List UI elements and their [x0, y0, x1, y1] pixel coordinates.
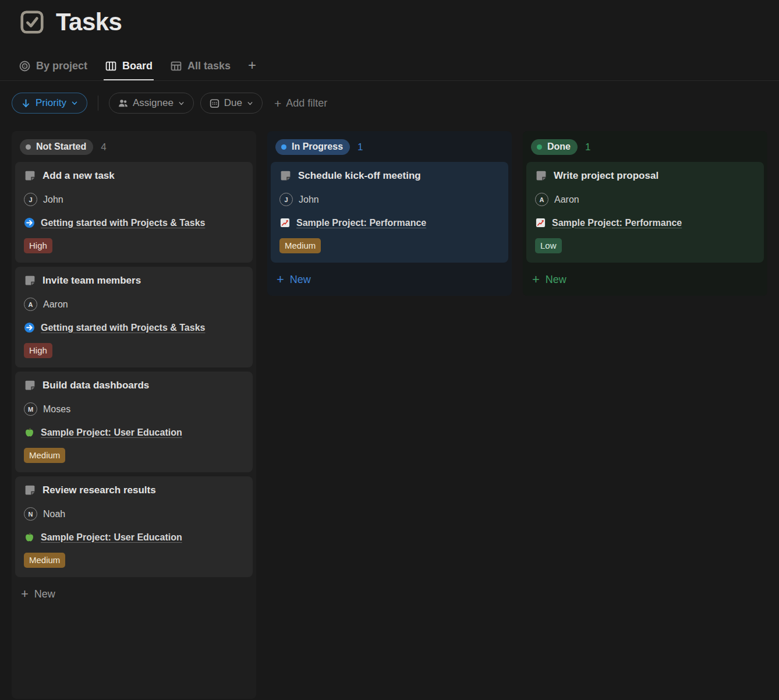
- project-link[interactable]: Sample Project: Performance: [552, 218, 682, 228]
- add-filter-button[interactable]: + Add filter: [274, 97, 327, 109]
- plus-icon: +: [277, 273, 284, 286]
- assignee-name: John: [299, 195, 319, 205]
- table-icon: [170, 60, 182, 72]
- kanban-column: Not Started 4 Add a new task J John: [12, 131, 256, 699]
- arrow-down-icon: [20, 98, 31, 109]
- column-header: Not Started 4: [15, 135, 253, 162]
- plus-icon: +: [532, 273, 540, 286]
- task-card[interactable]: Review research results N Noah Sample P: [15, 476, 253, 577]
- board: Not Started 4 Add a new task J John: [0, 131, 779, 699]
- status-dot-icon: [281, 144, 286, 150]
- tab-by-project[interactable]: By project: [17, 55, 88, 80]
- people-icon: [118, 98, 129, 109]
- assignee-row: J John: [279, 193, 500, 206]
- priority-badge: Medium: [279, 238, 321, 253]
- column-header: Done 1: [526, 135, 764, 162]
- page-header: Tasks: [0, 0, 779, 36]
- assignee-initial: J: [284, 196, 288, 203]
- assignee-name: Aaron: [43, 299, 68, 310]
- assignee-row: A Aaron: [535, 193, 755, 206]
- column-status-pill[interactable]: In Progress: [275, 139, 350, 155]
- due-filter-label: Due: [224, 97, 242, 109]
- target-icon: [19, 60, 31, 72]
- column-status-pill[interactable]: Done: [531, 139, 578, 155]
- priority-badge: Low: [535, 238, 562, 253]
- assignee-row: N Noah: [24, 507, 244, 521]
- new-card-button[interactable]: + New: [15, 581, 253, 607]
- checkbox-icon: [19, 9, 45, 36]
- new-button-label: New: [290, 274, 311, 286]
- assignee-filter-button[interactable]: Assignee: [109, 93, 194, 114]
- page-title: Tasks: [56, 8, 122, 36]
- project-row: Sample Project: Performance: [279, 217, 500, 228]
- plus-icon: +: [21, 588, 29, 600]
- column-cards: Schedule kick-off meeting J John Sample: [271, 162, 508, 263]
- card-title: Invite team members: [43, 275, 141, 287]
- project-row: Getting started with Projects & Tasks: [24, 322, 244, 333]
- tab-label: By project: [36, 60, 87, 72]
- assignee-initial: N: [29, 511, 33, 518]
- sort-label: Priority: [36, 97, 66, 109]
- card-title: Schedule kick-off meeting: [298, 170, 421, 182]
- tab-label: Board: [122, 60, 153, 72]
- task-card[interactable]: Schedule kick-off meeting J John Sample: [271, 162, 508, 263]
- assignee-name: Aaron: [554, 195, 579, 205]
- project-row: Sample Project: Performance: [535, 217, 755, 228]
- due-filter-button[interactable]: Due: [200, 93, 263, 114]
- column-header: In Progress 1: [271, 135, 508, 162]
- board-icon: [105, 60, 117, 72]
- column-cards: Write project proposal A Aaron Sample P: [526, 162, 764, 263]
- assignee-row: J John: [24, 193, 244, 206]
- plus-icon: +: [274, 97, 281, 109]
- project-link[interactable]: Getting started with Projects & Tasks: [41, 218, 205, 228]
- assignee-initial: M: [28, 406, 33, 413]
- status-dot-icon: [26, 144, 31, 150]
- task-card[interactable]: Invite team members A Aaron Getting sta: [15, 267, 253, 367]
- sort-priority-button[interactable]: Priority: [12, 93, 87, 114]
- view-tabs: By project Board All tasks +: [0, 54, 779, 81]
- new-button-label: New: [546, 274, 566, 286]
- project-row: Getting started with Projects & Tasks: [24, 217, 244, 228]
- assignee-row: A Aaron: [24, 298, 244, 311]
- assignee-name: Moses: [43, 404, 70, 415]
- tab-all-tasks[interactable]: All tasks: [169, 55, 232, 80]
- new-card-button[interactable]: + New: [271, 267, 508, 292]
- task-card[interactable]: Build data dashboards M Moses Sample Pr: [15, 372, 253, 472]
- arrow-circle-icon: [24, 322, 35, 333]
- page-icon: [24, 274, 36, 287]
- column-status-label: Done: [547, 142, 571, 152]
- priority-badge: High: [24, 238, 52, 253]
- card-title: Add a new task: [43, 170, 115, 182]
- tab-label: All tasks: [187, 60, 231, 72]
- task-card[interactable]: Write project proposal A Aaron Sample P: [526, 162, 764, 263]
- column-count: 1: [585, 142, 590, 153]
- filter-bar: Priority Assignee Due + A: [12, 93, 779, 114]
- apple-icon: [24, 532, 35, 543]
- assignee-name: John: [43, 195, 63, 205]
- avatar: N: [24, 507, 37, 521]
- project-link[interactable]: Getting started with Projects & Tasks: [41, 323, 205, 333]
- chevron-down-icon: [246, 100, 254, 107]
- kanban-column: Done 1 Write project proposal A Aaron: [523, 131, 767, 296]
- add-view-button[interactable]: +: [247, 54, 260, 80]
- new-card-button[interactable]: + New: [526, 267, 764, 292]
- column-status-pill[interactable]: Not Started: [20, 139, 93, 155]
- avatar: J: [24, 193, 37, 206]
- project-link[interactable]: Sample Project: Performance: [296, 218, 426, 228]
- assignee-initial: A: [29, 301, 33, 308]
- assignee-initial: J: [29, 196, 32, 203]
- priority-badge: High: [24, 343, 52, 358]
- project-link[interactable]: Sample Project: User Education: [41, 532, 182, 543]
- card-title: Build data dashboards: [43, 380, 149, 391]
- project-link[interactable]: Sample Project: User Education: [41, 427, 182, 438]
- kanban-column: In Progress 1 Schedule kick-off meeting …: [267, 131, 512, 296]
- status-dot-icon: [537, 144, 542, 150]
- tab-board[interactable]: Board: [104, 55, 154, 80]
- filter-separator: [98, 96, 98, 111]
- chevron-down-icon: [70, 99, 79, 107]
- project-row: Sample Project: User Education: [24, 427, 244, 438]
- page-icon: [24, 379, 36, 391]
- assignee-name: Noah: [43, 509, 65, 519]
- assignee-row: M Moses: [24, 402, 244, 416]
- task-card[interactable]: Add a new task J John Getting started w: [15, 162, 253, 263]
